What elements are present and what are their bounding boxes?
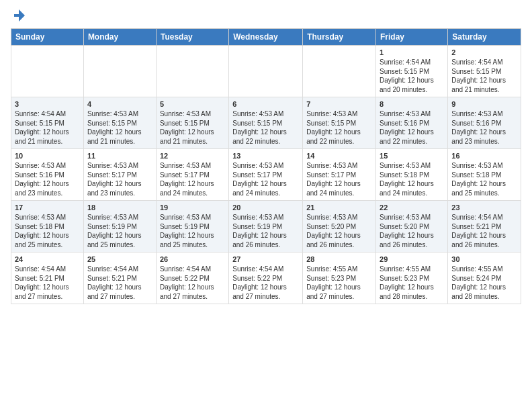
- day-info: Sunrise: 4:53 AM Sunset: 5:17 PM Dayligh…: [232, 161, 299, 197]
- day-info: Sunrise: 4:53 AM Sunset: 5:20 PM Dayligh…: [306, 213, 372, 249]
- table-cell: [83, 46, 156, 97]
- day-info: Sunrise: 4:54 AM Sunset: 5:22 PM Dayligh…: [160, 265, 225, 301]
- table-cell: 20Sunrise: 4:53 AM Sunset: 5:19 PM Dayli…: [229, 201, 303, 253]
- day-info: Sunrise: 4:55 AM Sunset: 5:24 PM Dayligh…: [451, 265, 517, 301]
- day-number: 20: [232, 203, 299, 212]
- day-info: Sunrise: 4:54 AM Sunset: 5:15 PM Dayligh…: [451, 58, 517, 94]
- table-cell: 7Sunrise: 4:53 AM Sunset: 5:15 PM Daylig…: [303, 97, 376, 149]
- day-number: 25: [87, 255, 152, 263]
- table-cell: 17Sunrise: 4:53 AM Sunset: 5:18 PM Dayli…: [11, 201, 84, 253]
- calendar-table: Sunday Monday Tuesday Wednesday Thursday…: [11, 28, 521, 304]
- day-number: 19: [160, 203, 225, 212]
- day-number: 21: [306, 203, 372, 212]
- day-info: Sunrise: 4:53 AM Sunset: 5:15 PM Dayligh…: [306, 109, 372, 146]
- table-cell: 30Sunrise: 4:55 AM Sunset: 5:24 PM Dayli…: [448, 253, 521, 304]
- day-info: Sunrise: 4:53 AM Sunset: 5:18 PM Dayligh…: [15, 213, 80, 249]
- table-cell: 21Sunrise: 4:53 AM Sunset: 5:20 PM Dayli…: [303, 201, 376, 253]
- day-number: 23: [451, 203, 517, 212]
- day-number: 2: [451, 48, 517, 56]
- table-cell: 27Sunrise: 4:54 AM Sunset: 5:22 PM Dayli…: [229, 253, 303, 304]
- day-info: Sunrise: 4:53 AM Sunset: 5:16 PM Dayligh…: [15, 161, 80, 197]
- table-cell: 13Sunrise: 4:53 AM Sunset: 5:17 PM Dayli…: [229, 149, 303, 201]
- day-number: 8: [380, 100, 444, 108]
- day-number: 26: [160, 255, 225, 263]
- table-cell: 12Sunrise: 4:53 AM Sunset: 5:17 PM Dayli…: [156, 149, 228, 201]
- day-number: 4: [87, 100, 152, 108]
- table-cell: 14Sunrise: 4:53 AM Sunset: 5:17 PM Dayli…: [303, 149, 376, 201]
- table-cell: 15Sunrise: 4:53 AM Sunset: 5:18 PM Dayli…: [376, 149, 448, 201]
- table-cell: 29Sunrise: 4:55 AM Sunset: 5:23 PM Dayli…: [376, 253, 448, 304]
- day-number: 5: [160, 100, 225, 108]
- day-number: 14: [306, 152, 372, 160]
- header: [11, 8, 521, 23]
- table-cell: 8Sunrise: 4:53 AM Sunset: 5:16 PM Daylig…: [376, 97, 448, 149]
- day-info: Sunrise: 4:53 AM Sunset: 5:15 PM Dayligh…: [232, 109, 299, 146]
- logo-text: [11, 8, 27, 23]
- table-cell: [156, 46, 228, 97]
- table-cell: 6Sunrise: 4:53 AM Sunset: 5:15 PM Daylig…: [229, 97, 303, 149]
- day-info: Sunrise: 4:53 AM Sunset: 5:20 PM Dayligh…: [380, 213, 444, 249]
- day-info: Sunrise: 4:53 AM Sunset: 5:17 PM Dayligh…: [87, 161, 152, 197]
- day-number: 6: [232, 100, 299, 108]
- table-cell: [11, 46, 84, 97]
- table-cell: 5Sunrise: 4:53 AM Sunset: 5:15 PM Daylig…: [156, 97, 228, 149]
- table-cell: [229, 46, 303, 97]
- calendar-row: 10Sunrise: 4:53 AM Sunset: 5:16 PM Dayli…: [11, 149, 521, 201]
- day-number: 27: [232, 255, 299, 263]
- day-info: Sunrise: 4:53 AM Sunset: 5:19 PM Dayligh…: [160, 213, 225, 249]
- table-cell: 22Sunrise: 4:53 AM Sunset: 5:20 PM Dayli…: [376, 201, 448, 253]
- logo-icon: [11, 8, 26, 23]
- day-number: 7: [306, 100, 372, 108]
- day-number: 12: [160, 152, 225, 160]
- calendar-row: 24Sunrise: 4:54 AM Sunset: 5:21 PM Dayli…: [11, 253, 521, 304]
- day-info: Sunrise: 4:53 AM Sunset: 5:17 PM Dayligh…: [306, 161, 372, 197]
- day-number: 9: [451, 100, 517, 108]
- header-row: Sunday Monday Tuesday Wednesday Thursday…: [11, 29, 521, 46]
- day-info: Sunrise: 4:54 AM Sunset: 5:15 PM Dayligh…: [380, 58, 444, 94]
- calendar-row: 3Sunrise: 4:54 AM Sunset: 5:15 PM Daylig…: [11, 97, 521, 149]
- table-cell: 23Sunrise: 4:54 AM Sunset: 5:21 PM Dayli…: [448, 201, 521, 253]
- table-cell: 10Sunrise: 4:53 AM Sunset: 5:16 PM Dayli…: [11, 149, 84, 201]
- day-number: 11: [87, 152, 152, 160]
- table-cell: 19Sunrise: 4:53 AM Sunset: 5:19 PM Dayli…: [156, 201, 228, 253]
- day-number: 17: [15, 203, 80, 212]
- day-info: Sunrise: 4:53 AM Sunset: 5:16 PM Dayligh…: [451, 109, 517, 146]
- col-saturday: Saturday: [448, 29, 521, 46]
- table-cell: 11Sunrise: 4:53 AM Sunset: 5:17 PM Dayli…: [83, 149, 156, 201]
- col-tuesday: Tuesday: [156, 29, 228, 46]
- day-info: Sunrise: 4:54 AM Sunset: 5:21 PM Dayligh…: [15, 265, 80, 301]
- day-info: Sunrise: 4:53 AM Sunset: 5:19 PM Dayligh…: [87, 213, 152, 249]
- logo: [11, 8, 27, 23]
- day-info: Sunrise: 4:54 AM Sunset: 5:15 PM Dayligh…: [15, 109, 80, 146]
- col-sunday: Sunday: [11, 29, 84, 46]
- day-number: 15: [380, 152, 444, 160]
- col-thursday: Thursday: [303, 29, 376, 46]
- calendar-row: 1Sunrise: 4:54 AM Sunset: 5:15 PM Daylig…: [11, 46, 521, 97]
- day-info: Sunrise: 4:54 AM Sunset: 5:21 PM Dayligh…: [87, 265, 152, 301]
- table-cell: 9Sunrise: 4:53 AM Sunset: 5:16 PM Daylig…: [448, 97, 521, 149]
- table-cell: 24Sunrise: 4:54 AM Sunset: 5:21 PM Dayli…: [11, 253, 84, 304]
- day-number: 3: [15, 100, 80, 108]
- table-cell: 16Sunrise: 4:53 AM Sunset: 5:18 PM Dayli…: [448, 149, 521, 201]
- table-cell: 2Sunrise: 4:54 AM Sunset: 5:15 PM Daylig…: [448, 46, 521, 97]
- day-number: 22: [380, 203, 444, 212]
- day-number: 13: [232, 152, 299, 160]
- col-monday: Monday: [83, 29, 156, 46]
- day-number: 24: [15, 255, 80, 263]
- table-cell: [303, 46, 376, 97]
- page: Sunday Monday Tuesday Wednesday Thursday…: [0, 0, 532, 411]
- day-info: Sunrise: 4:53 AM Sunset: 5:15 PM Dayligh…: [160, 109, 225, 146]
- day-info: Sunrise: 4:53 AM Sunset: 5:17 PM Dayligh…: [160, 161, 225, 197]
- table-cell: 4Sunrise: 4:53 AM Sunset: 5:15 PM Daylig…: [83, 97, 156, 149]
- day-number: 16: [451, 152, 517, 160]
- day-info: Sunrise: 4:53 AM Sunset: 5:15 PM Dayligh…: [87, 109, 152, 146]
- day-number: 28: [306, 255, 372, 263]
- day-number: 1: [380, 48, 444, 56]
- day-number: 18: [87, 203, 152, 212]
- table-cell: 18Sunrise: 4:53 AM Sunset: 5:19 PM Dayli…: [83, 201, 156, 253]
- table-cell: 3Sunrise: 4:54 AM Sunset: 5:15 PM Daylig…: [11, 97, 84, 149]
- col-wednesday: Wednesday: [229, 29, 303, 46]
- table-cell: 26Sunrise: 4:54 AM Sunset: 5:22 PM Dayli…: [156, 253, 228, 304]
- calendar-header: Sunday Monday Tuesday Wednesday Thursday…: [11, 29, 521, 46]
- calendar-row: 17Sunrise: 4:53 AM Sunset: 5:18 PM Dayli…: [11, 201, 521, 253]
